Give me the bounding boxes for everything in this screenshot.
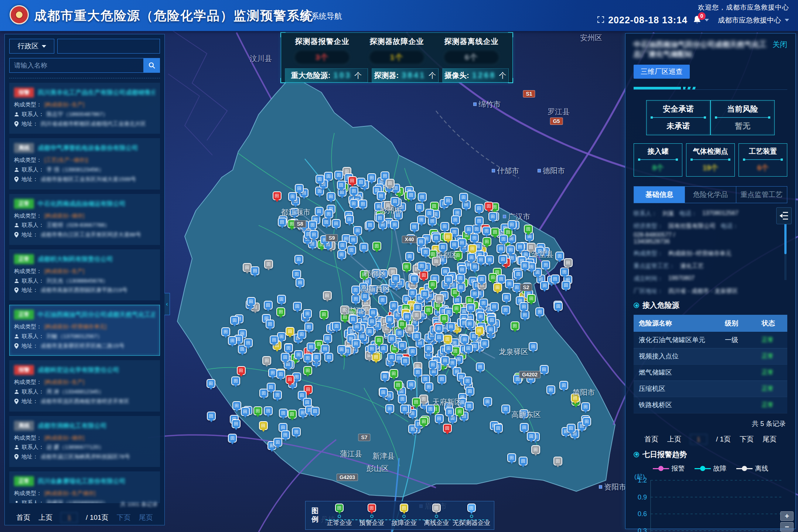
map-pin[interactable]: 田 xyxy=(279,409,288,417)
3d-patrol-button[interactable]: 三维厂区巡查 xyxy=(634,65,690,79)
chart-legend-item[interactable]: 离线 xyxy=(736,464,768,473)
map-pin[interactable]: 田 xyxy=(435,333,444,342)
map-pin[interactable]: 田 xyxy=(546,385,555,394)
map-pin[interactable]: 田 xyxy=(553,457,562,466)
map-pin[interactable]: 田 xyxy=(459,193,468,202)
map-pin[interactable]: 田 xyxy=(375,336,383,345)
map-pin[interactable]: 田 xyxy=(582,417,591,426)
last-page-button[interactable]: 尾页 xyxy=(139,513,153,522)
map-pin[interactable]: 田 xyxy=(432,257,441,266)
map-pin[interactable]: 田 xyxy=(529,342,538,351)
map-pin[interactable]: 田 xyxy=(292,270,301,279)
map-pin[interactable]: 田 xyxy=(540,365,549,374)
tab-2[interactable]: 重点监管工艺 xyxy=(736,187,787,203)
map-pin[interactable]: 田 xyxy=(491,228,499,236)
map-pin[interactable]: 田 xyxy=(493,283,502,292)
map-pin[interactable]: 田 xyxy=(389,301,398,310)
map-pin[interactable]: 田 xyxy=(349,187,358,195)
map-pin[interactable]: 田 xyxy=(407,191,416,200)
map-pin[interactable]: 田 xyxy=(435,414,444,423)
map-pin[interactable]: 田 xyxy=(407,380,416,389)
map-pin[interactable]: 田 xyxy=(418,192,427,201)
map-pin[interactable]: 田 xyxy=(464,225,473,234)
map-pin[interactable]: 田 xyxy=(352,339,361,348)
map-pin[interactable]: 田 xyxy=(511,321,519,330)
map-pin[interactable]: 田 xyxy=(297,330,306,339)
map-pin[interactable]: 田 xyxy=(535,307,544,316)
map-pin[interactable]: 田 xyxy=(310,230,318,239)
map-pin[interactable]: 田 xyxy=(445,407,454,416)
map-pin[interactable]: 田 xyxy=(288,192,297,201)
map-pin[interactable]: 田 xyxy=(567,424,576,433)
map-pin[interactable]: 田 xyxy=(417,215,426,224)
map-pin[interactable]: 田 xyxy=(540,281,549,290)
map-pin[interactable]: 田 xyxy=(463,376,472,385)
map-pin[interactable]: 田 xyxy=(524,225,533,233)
map-pin[interactable]: 田 xyxy=(484,202,493,211)
map-pin[interactable]: 田 xyxy=(412,332,421,341)
map-pin[interactable]: 田 xyxy=(385,404,394,413)
chart-legend-item[interactable]: 报警 xyxy=(653,464,685,473)
map-pin[interactable]: 田 xyxy=(237,366,246,375)
map-pin[interactable]: 田 xyxy=(516,242,525,251)
company-list-item[interactable]: 报警 四川美丰化工产品生产有限公司成都销售分公司 构成类型： [构成级别--生产… xyxy=(9,83,160,134)
map-pin[interactable]: 田 xyxy=(315,207,324,216)
tab-0[interactable]: 基础信息 xyxy=(634,187,685,203)
map-pin[interactable]: 田 xyxy=(277,295,286,304)
map-pin[interactable]: 田 xyxy=(259,421,268,430)
zoom-in-button[interactable]: + xyxy=(780,511,794,521)
table-row[interactable]: 燃气储罐区正常 xyxy=(634,364,787,381)
map-pin[interactable]: 田 xyxy=(401,357,410,365)
map-pin[interactable]: 田 xyxy=(467,253,476,262)
map-pin[interactable]: 田 xyxy=(337,345,346,354)
map-pin[interactable]: 田 xyxy=(571,393,580,402)
map-pin[interactable]: 田 xyxy=(456,274,465,283)
map-pin[interactable]: 田 xyxy=(368,344,376,353)
map-pin[interactable]: 田 xyxy=(466,303,475,312)
map-pin[interactable]: 田 xyxy=(425,209,434,218)
table-row[interactable]: 视频接入点位正常 xyxy=(634,348,787,364)
map-pin[interactable]: 田 xyxy=(488,212,497,221)
page-number-input[interactable]: 1 xyxy=(61,512,78,523)
map-pin[interactable]: 田 xyxy=(505,279,514,288)
map-pin[interactable]: 田 xyxy=(337,250,346,259)
map-pin[interactable]: 田 xyxy=(295,184,304,193)
map-pin[interactable]: 田 xyxy=(559,381,568,390)
map-pin[interactable]: 田 xyxy=(465,402,474,410)
map-pin[interactable]: 田 xyxy=(443,335,452,344)
zoom-out-button[interactable]: − xyxy=(780,522,794,532)
map-pin[interactable]: 田 xyxy=(262,356,271,365)
map-pin[interactable]: 田 xyxy=(296,278,304,287)
map-pin[interactable]: 田 xyxy=(389,369,398,378)
map-pin[interactable]: 田 xyxy=(348,176,357,185)
map-pin[interactable]: 田 xyxy=(359,283,368,291)
map-pin[interactable]: 田 xyxy=(452,304,461,313)
map-pin[interactable]: 田 xyxy=(494,424,503,433)
map-pin[interactable]: 田 xyxy=(360,270,369,279)
user-menu[interactable]: 成都市应急救援中心 xyxy=(718,16,781,25)
map-pin[interactable]: 田 xyxy=(379,388,388,397)
map-pin[interactable]: 田 xyxy=(444,196,453,205)
map-pin[interactable]: 田 xyxy=(365,327,374,336)
system-nav-button[interactable]: 系统导航 xyxy=(301,11,342,21)
map-pin[interactable]: 田 xyxy=(381,372,389,381)
map-pin[interactable]: 田 xyxy=(286,375,294,384)
map-pin[interactable]: 田 xyxy=(477,275,486,284)
map-pin[interactable]: 田 xyxy=(419,417,428,426)
first-page-button[interactable]: 首页 xyxy=(16,513,30,522)
map-pin[interactable]: 田 xyxy=(316,175,324,184)
map-pin[interactable]: 田 xyxy=(451,215,460,224)
map-pin[interactable]: 田 xyxy=(300,221,309,229)
table-row[interactable]: 压缩机区正常 xyxy=(634,381,787,397)
map-pin[interactable]: 田 xyxy=(444,344,453,353)
map-pin[interactable]: 田 xyxy=(232,419,241,428)
map-pin[interactable]: 田 xyxy=(519,457,528,466)
map-pin[interactable]: 田 xyxy=(327,192,335,201)
map-pin[interactable]: 田 xyxy=(221,327,230,336)
map-pin[interactable]: 田 xyxy=(357,178,365,187)
map-pin[interactable]: 田 xyxy=(424,344,433,353)
map-pin[interactable]: 田 xyxy=(273,391,282,399)
map-pin[interactable]: 田 xyxy=(507,453,516,462)
map-pin[interactable]: 田 xyxy=(264,406,273,415)
company-list-item[interactable]: 正常 四川金象赛瑞化工股份有限公司 构成类型： [构成级别--生产储存] 联系人… xyxy=(9,471,160,503)
